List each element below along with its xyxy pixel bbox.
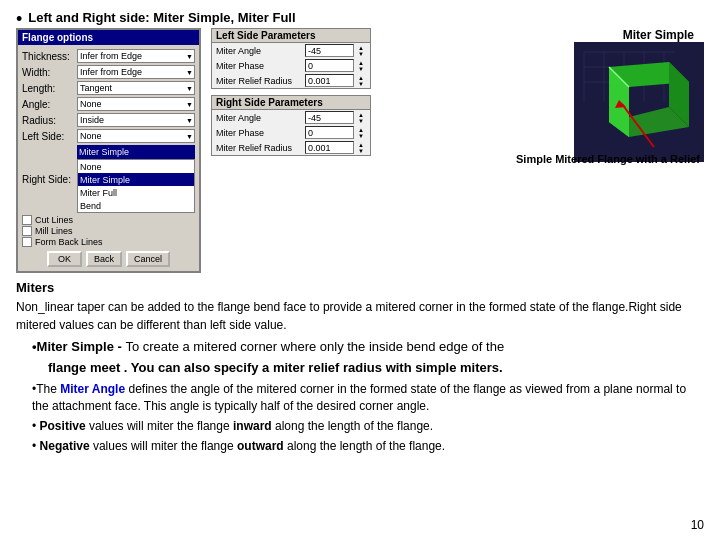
right-side-row: Right Side: Miter Simple None Miter Simp… bbox=[22, 145, 195, 213]
3d-view-box bbox=[574, 42, 704, 162]
sub-bullet1-pre: •The bbox=[32, 382, 60, 396]
left-miter-relief-input[interactable]: 0.001 bbox=[305, 74, 354, 87]
right-side-selected[interactable]: Miter Simple bbox=[77, 145, 195, 159]
mill-lines-label: Mill Lines bbox=[35, 226, 73, 236]
right-miter-relief-input[interactable]: 0.001 bbox=[305, 141, 354, 154]
right-miter-phase-input[interactable]: 0 bbox=[305, 126, 354, 139]
left-miter-phase-label: Miter Phase bbox=[216, 61, 301, 71]
right-miter-phase-spinner[interactable]: ▲▼ bbox=[358, 127, 366, 139]
right-miter-relief-row: Miter Relief Radius 0.001 ▲▼ bbox=[212, 140, 370, 155]
dropdown-item-miter-simple[interactable]: Miter Simple bbox=[78, 173, 194, 186]
right-params-title: Right Side Parameters bbox=[212, 96, 370, 110]
page-title: Left and Right side: Miter Simple, Miter… bbox=[28, 10, 295, 25]
miter-angle-term: Miter Angle bbox=[60, 382, 125, 396]
sub-bullet3-text: values will miter the flange bbox=[90, 439, 237, 453]
radius-select[interactable]: Inside ▼ bbox=[77, 113, 195, 127]
miters-heading: Miters bbox=[16, 279, 704, 297]
chevron-down-icon: ▼ bbox=[186, 53, 193, 60]
back-button[interactable]: Back bbox=[86, 251, 122, 267]
left-miter-phase-input[interactable]: 0 bbox=[305, 59, 354, 72]
dropdown-item-bend[interactable]: Bend bbox=[78, 199, 194, 212]
inward-term: inward bbox=[233, 419, 272, 433]
right-params-group: Right Side Parameters Miter Angle -45 ▲▼… bbox=[211, 95, 371, 156]
left-side-label: Left Side: bbox=[22, 131, 77, 142]
dialog-title: Flange options bbox=[22, 32, 93, 43]
left-miter-angle-spinner[interactable]: ▲▼ bbox=[358, 45, 366, 57]
chevron-down-icon: ▼ bbox=[186, 85, 193, 92]
length-row: Length: Tangent ▼ bbox=[22, 81, 195, 95]
params-area: Left Side Parameters Miter Angle -45 ▲▼ … bbox=[211, 28, 371, 273]
chevron-down-icon: ▼ bbox=[186, 117, 193, 124]
checkboxes-area: Cut Lines Mill Lines Form Back Lines bbox=[22, 215, 195, 247]
radius-row: Radius: Inside ▼ bbox=[22, 113, 195, 127]
body-text: Miters Non_linear taper can be added to … bbox=[16, 279, 704, 455]
chevron-down-icon: ▼ bbox=[186, 101, 193, 108]
positive-term: Positive bbox=[36, 419, 85, 433]
right-miter-relief-spinner[interactable]: ▲▼ bbox=[358, 142, 366, 154]
sub-bullet1: •The Miter Angle defines the angle of th… bbox=[32, 381, 704, 415]
negative-term: Negative bbox=[36, 439, 89, 453]
simple-mitered-label: Simple Mitered Flange with a Relief bbox=[381, 153, 704, 165]
left-miter-angle-input[interactable]: -45 bbox=[305, 44, 354, 57]
cut-lines-checkbox[interactable] bbox=[22, 215, 32, 225]
page-container: • Left and Right side: Miter Simple, Mit… bbox=[0, 0, 720, 540]
width-row: Width: Infer from Edge ▼ bbox=[22, 65, 195, 79]
sub-bullet2-text: values will miter the flange bbox=[86, 419, 233, 433]
left-params-title: Left Side Parameters bbox=[212, 29, 370, 43]
bullet-point: • bbox=[16, 10, 22, 28]
chevron-down-icon: ▼ bbox=[186, 69, 193, 76]
dropdown-item-miter-full[interactable]: Miter Full bbox=[78, 186, 194, 199]
sub-bullet3-text2: along the length of the flange. bbox=[284, 439, 445, 453]
title-line: • Left and Right side: Miter Simple, Mit… bbox=[16, 10, 704, 28]
left-miter-phase-spinner[interactable]: ▲▼ bbox=[358, 60, 366, 72]
right-miter-angle-spinner[interactable]: ▲▼ bbox=[358, 112, 366, 124]
left-miter-angle-label: Miter Angle bbox=[216, 46, 301, 56]
sub-bullet2-text2: along the length of the flange. bbox=[272, 419, 433, 433]
form-back-label: Form Back Lines bbox=[35, 237, 103, 247]
left-miter-relief-spinner[interactable]: ▲▼ bbox=[358, 75, 366, 87]
angle-label: Angle: bbox=[22, 99, 77, 110]
mill-lines-row: Mill Lines bbox=[22, 226, 195, 236]
sub-bullet3: • Negative values will miter the flange … bbox=[32, 438, 704, 455]
left-miter-relief-label: Miter Relief Radius bbox=[216, 76, 301, 86]
left-side-select[interactable]: None ▼ bbox=[77, 129, 195, 143]
miter-simple-label: Miter Simple bbox=[623, 28, 694, 42]
sub-bullet2: • Positive values will miter the flange … bbox=[32, 418, 704, 435]
width-label: Width: bbox=[22, 67, 77, 78]
right-miter-phase-label: Miter Phase bbox=[216, 128, 301, 138]
miter-simple-bullet: •Miter Simple - To create a mitered corn… bbox=[32, 338, 704, 356]
image-area: Miter Simple bbox=[381, 28, 704, 273]
thickness-label: Thickness: bbox=[22, 51, 77, 62]
right-side-label: Right Side: bbox=[22, 174, 77, 185]
flange-dialog: Flange options Thickness: Infer from Edg… bbox=[16, 28, 201, 273]
angle-select[interactable]: None ▼ bbox=[77, 97, 195, 111]
left-miter-relief-row: Miter Relief Radius 0.001 ▲▼ bbox=[212, 73, 370, 88]
page-number: 10 bbox=[691, 518, 704, 532]
mill-lines-checkbox[interactable] bbox=[22, 226, 32, 236]
left-miter-angle-row: Miter Angle -45 ▲▼ bbox=[212, 43, 370, 58]
miter-simple-cont-text: flange meet . You can also specify a mit… bbox=[48, 360, 503, 375]
chevron-down-icon: ▼ bbox=[186, 133, 193, 140]
thickness-row: Thickness: Infer from Edge ▼ bbox=[22, 49, 195, 63]
form-back-checkbox[interactable] bbox=[22, 237, 32, 247]
dropdown-item-none[interactable]: None bbox=[78, 160, 194, 173]
dialog-titlebar: Flange options bbox=[18, 30, 199, 45]
sub-bullet1-text: defines the angle of the mitered corner … bbox=[32, 382, 686, 413]
right-miter-angle-input[interactable]: -45 bbox=[305, 111, 354, 124]
right-miter-angle-row: Miter Angle -45 ▲▼ bbox=[212, 110, 370, 125]
right-miter-relief-label: Miter Relief Radius bbox=[216, 143, 301, 153]
length-select[interactable]: Tangent ▼ bbox=[77, 81, 195, 95]
radius-label: Radius: bbox=[22, 115, 77, 126]
cancel-button[interactable]: Cancel bbox=[126, 251, 170, 267]
thickness-select[interactable]: Infer from Edge ▼ bbox=[77, 49, 195, 63]
dialog-body: Thickness: Infer from Edge ▼ Width: Infe… bbox=[18, 45, 199, 271]
ok-button[interactable]: OK bbox=[47, 251, 82, 267]
width-select[interactable]: Infer from Edge ▼ bbox=[77, 65, 195, 79]
miter-simple-bullet-bold: •Miter Simple - bbox=[32, 339, 122, 354]
body-paragraph1: Non_linear taper can be added to the fla… bbox=[16, 299, 704, 334]
miter-simple-bullet-text: To create a mitered corner where only th… bbox=[125, 339, 504, 354]
right-miter-angle-label: Miter Angle bbox=[216, 113, 301, 123]
left-miter-phase-row: Miter Phase 0 ▲▼ bbox=[212, 58, 370, 73]
right-miter-phase-row: Miter Phase 0 ▲▼ bbox=[212, 125, 370, 140]
cut-lines-row: Cut Lines bbox=[22, 215, 195, 225]
